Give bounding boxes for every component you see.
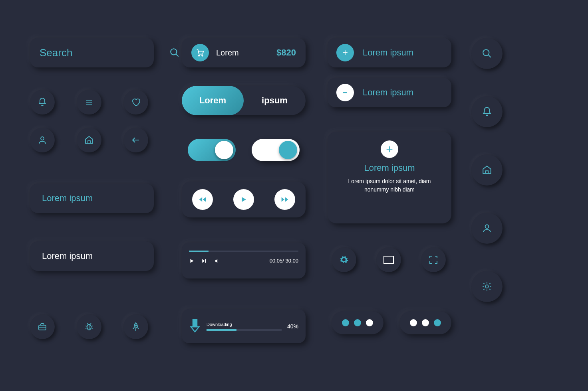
search-bar[interactable] — [30, 38, 154, 67]
dot-active — [366, 319, 373, 326]
rocket-icon — [131, 322, 141, 332]
forward-icon — [281, 196, 289, 203]
segment-inactive[interactable]: ipsum — [244, 86, 306, 115]
search-icon — [482, 48, 492, 59]
user-icon — [482, 223, 492, 233]
home-button[interactable] — [77, 128, 101, 152]
pill-2-label: Lorem ipsum — [42, 251, 93, 261]
svg-rect-19 — [193, 319, 198, 327]
back-arrow-icon — [131, 135, 141, 145]
svg-line-14 — [91, 328, 93, 328]
cart-label: Lorem — [216, 48, 239, 57]
minus-icon — [336, 84, 354, 101]
fullscreen-icon — [429, 255, 438, 265]
segment-active[interactable]: Lorem — [182, 86, 244, 115]
play-button[interactable] — [233, 189, 254, 210]
cart-pill[interactable]: Lorem $820 — [182, 38, 306, 67]
svg-point-15 — [135, 325, 137, 326]
pagination-dots-1[interactable] — [332, 311, 383, 334]
rocket-button[interactable] — [123, 314, 148, 339]
svg-rect-25 — [384, 256, 393, 263]
info-card: Lorem ipsum Lorem ipsum dolor sit amet, … — [328, 132, 451, 223]
download-icon — [189, 319, 201, 334]
cart-price: $820 — [276, 47, 296, 58]
plus-icon — [336, 44, 354, 61]
bell-icon — [482, 107, 492, 117]
pill-button-1[interactable]: Lorem ipsum — [30, 184, 154, 213]
user-button[interactable] — [30, 128, 55, 152]
pill-button-2[interactable]: Lorem ipsum — [30, 241, 154, 271]
dot-active — [434, 319, 441, 326]
card-add-button[interactable] — [381, 140, 398, 158]
home-button-side[interactable] — [471, 154, 503, 186]
briefcase-button[interactable] — [30, 314, 55, 339]
svg-point-17 — [202, 55, 203, 56]
dot — [354, 319, 361, 326]
svg-point-0 — [171, 49, 177, 55]
home-icon — [84, 135, 94, 145]
svg-line-11 — [85, 326, 87, 326]
home-icon — [482, 165, 492, 175]
switch-knob — [279, 141, 297, 159]
list-item-add[interactable]: Lorem ipsum — [328, 38, 451, 67]
bell-button[interactable] — [30, 90, 55, 115]
heart-icon — [131, 97, 141, 107]
search-input[interactable] — [40, 47, 169, 59]
pill-1-label: Lorem ipsum — [42, 193, 93, 203]
list-remove-label: Lorem ipsum — [363, 87, 413, 98]
svg-point-26 — [483, 49, 489, 55]
bug-icon — [84, 322, 94, 332]
list-item-remove[interactable]: Lorem ipsum — [328, 78, 451, 107]
rewind-button[interactable] — [192, 189, 213, 210]
forward-button[interactable] — [274, 189, 295, 210]
svg-line-13 — [91, 326, 93, 326]
svg-point-5 — [41, 137, 44, 140]
dot — [422, 319, 429, 326]
fullscreen-button[interactable] — [421, 247, 446, 272]
user-button-side[interactable] — [471, 213, 503, 244]
list-add-label: Lorem ipsum — [363, 47, 413, 58]
next-icon[interactable] — [201, 258, 207, 264]
rewind-icon — [199, 196, 207, 203]
svg-line-27 — [488, 55, 491, 57]
play-icon[interactable] — [189, 258, 195, 264]
volume-icon[interactable] — [214, 258, 220, 264]
bell-button-side[interactable] — [471, 96, 503, 127]
plus-icon — [385, 145, 394, 154]
svg-point-29 — [485, 285, 489, 288]
svg-point-16 — [199, 55, 200, 56]
card-body: Lorem ipsum dolor sit amet, diam nonummy… — [336, 177, 443, 194]
menu-button[interactable] — [77, 90, 101, 115]
progress-track[interactable] — [189, 251, 298, 252]
settings-button[interactable] — [332, 247, 356, 272]
card-title: Lorem ipsum — [364, 163, 415, 173]
bell-icon — [38, 97, 47, 107]
svg-line-12 — [85, 328, 87, 328]
download-percent: 40% — [287, 323, 298, 330]
briefcase-icon — [38, 322, 47, 332]
window-button[interactable] — [376, 247, 401, 272]
settings-button-side[interactable] — [471, 271, 503, 302]
bug-button[interactable] — [77, 314, 101, 339]
time-display: 00:05/ 30:00 — [270, 258, 298, 264]
svg-line-1 — [176, 54, 179, 57]
download-label: Downloading — [207, 322, 282, 327]
download-progress — [207, 329, 282, 331]
user-icon — [38, 135, 47, 145]
back-button[interactable] — [123, 128, 148, 152]
media-controls — [182, 182, 306, 217]
dot — [410, 319, 417, 326]
pagination-dots-2[interactable] — [399, 311, 451, 334]
search-button[interactable] — [471, 38, 503, 69]
cart-icon — [191, 44, 209, 61]
switch-knob — [215, 141, 233, 159]
download-panel: Downloading 40% — [182, 309, 306, 343]
svg-point-28 — [485, 225, 489, 228]
svg-rect-18 — [205, 259, 206, 263]
switch-on-teal[interactable] — [188, 139, 236, 161]
svg-rect-7 — [39, 325, 46, 330]
segmented-toggle[interactable]: Lorem ipsum — [182, 86, 306, 115]
switch-on-white[interactable] — [252, 139, 300, 161]
heart-button[interactable] — [123, 90, 148, 115]
audio-player: 00:05/ 30:00 — [182, 243, 306, 278]
